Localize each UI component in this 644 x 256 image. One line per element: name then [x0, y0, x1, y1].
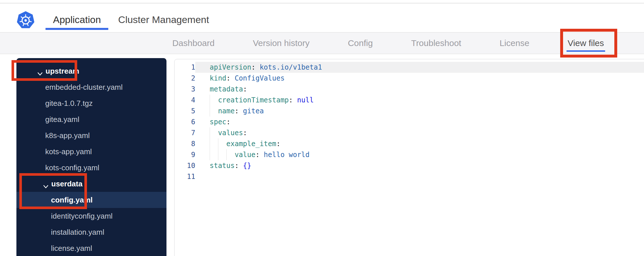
line-content: value: hello world: [195, 149, 644, 160]
file-tree-sidebar: upstreamembedded-cluster.yamlgitea-1.0.7…: [16, 58, 166, 256]
token-punc: :: [243, 129, 247, 137]
token-key: spec: [210, 118, 226, 126]
line-content: example_item:: [195, 138, 644, 149]
line-number: 9: [175, 149, 195, 160]
token-punc: :: [226, 74, 230, 82]
line-number: 4: [175, 95, 195, 106]
header-tab-cluster-management[interactable]: Cluster Management: [111, 12, 217, 30]
tree-item-identityconfig-yaml[interactable]: identityconfig.yaml: [16, 208, 166, 224]
token-text: [260, 151, 264, 159]
tree-item-config-yaml[interactable]: config.yaml: [16, 192, 166, 208]
line-number: 7: [175, 127, 195, 138]
chevron-down-icon: [37, 69, 43, 73]
file-label: identityconfig.yaml: [51, 212, 113, 221]
line-content: metadata:: [195, 84, 644, 95]
top-bar: ApplicationCluster Management: [0, 3, 644, 32]
tree-item-kots-config-yaml[interactable]: kots-config.yaml: [16, 160, 166, 176]
kubernetes-logo-icon: [17, 11, 35, 30]
file-label: installation.yaml: [51, 228, 104, 237]
yaml-code: 1apiVersion: kots.io/v1beta12kind: Confi…: [175, 62, 644, 182]
nav-tab-troubleshoot[interactable]: Troubleshoot: [409, 33, 463, 54]
tree-item-kots-app-yaml[interactable]: kots-app.yaml: [16, 144, 166, 160]
code-line: 9value: hello world: [175, 149, 644, 160]
code-line: 6spec:: [175, 116, 644, 127]
token-key: value: [235, 151, 255, 159]
token-str: ConfigValues: [235, 74, 285, 82]
indent-guide: [210, 149, 218, 160]
token-key: example_item: [226, 140, 276, 148]
file-label: k8s-app.yaml: [45, 131, 90, 140]
file-viewer-panel[interactable]: 1apiVersion: kots.io/v1beta12kind: Confi…: [174, 59, 644, 256]
tree-item-upstream[interactable]: upstream: [16, 63, 166, 79]
indent-guide: [210, 138, 218, 149]
token-punc: :: [243, 85, 247, 93]
token-text: [230, 74, 234, 82]
token-text: [293, 96, 297, 104]
nav-tab-license[interactable]: License: [497, 33, 531, 54]
tree-item-gitea-1-0-7-tgz[interactable]: gitea-1.0.7.tgz: [16, 95, 166, 111]
token-key: values: [218, 129, 243, 137]
token-punc: :: [276, 140, 280, 148]
token-kw: null: [297, 96, 314, 104]
file-label: license.yaml: [51, 244, 92, 253]
code-line: 7values:: [175, 127, 644, 138]
code-line: 1apiVersion: kots.io/v1beta1: [175, 62, 644, 73]
line-content: values:: [195, 127, 644, 138]
token-key: status: [210, 162, 235, 170]
token-key: creationTimestamp: [218, 96, 289, 104]
file-label: embedded-cluster.yaml: [45, 83, 123, 92]
token-str: hello world: [264, 151, 310, 159]
indent-guide: [218, 149, 226, 160]
line-number: 11: [175, 171, 195, 182]
token-text: [255, 63, 260, 71]
nav-tab-config[interactable]: Config: [346, 33, 375, 54]
token-punc: :: [226, 118, 230, 126]
app-subnav: DashboardVersion historyConfigTroublesho…: [0, 32, 644, 54]
line-number: 10: [175, 160, 195, 171]
tree-item-userdata[interactable]: userdata: [16, 176, 166, 192]
line-number: 6: [175, 116, 195, 127]
token-kw: {}: [243, 162, 251, 170]
line-number: 8: [175, 138, 195, 149]
tree-item-k8s-app-yaml[interactable]: k8s-app.yaml: [16, 127, 166, 144]
file-label: gitea.yaml: [45, 115, 79, 124]
tree-item-license-yaml[interactable]: license.yaml: [16, 240, 166, 256]
indent-guide: [226, 149, 235, 160]
line-content: [195, 171, 644, 182]
code-line: 3metadata:: [175, 84, 644, 95]
file-label: kots-app.yaml: [45, 147, 92, 156]
line-number: 1: [175, 62, 195, 73]
line-content: status: {}: [195, 160, 644, 171]
indent-guide: [210, 95, 218, 106]
chevron-down-icon: [43, 182, 49, 186]
token-punc: :: [251, 63, 255, 71]
indent-guide: [210, 106, 218, 116]
file-label: kots-config.yaml: [45, 163, 99, 172]
token-punc: :: [235, 107, 239, 115]
nav-tab-dashboard[interactable]: Dashboard: [170, 33, 217, 54]
token-key: kind: [210, 74, 226, 82]
code-line: 4creationTimestamp: null: [175, 95, 644, 106]
line-content: creationTimestamp: null: [195, 95, 644, 106]
token-punc: :: [289, 96, 293, 104]
tree-item-gitea-yaml[interactable]: gitea.yaml: [16, 111, 166, 127]
folder-label: upstream: [46, 67, 79, 76]
code-line: 11: [175, 171, 644, 182]
line-number: 3: [175, 84, 195, 95]
nav-tab-version-history[interactable]: Version history: [251, 33, 312, 54]
token-key: apiVersion: [210, 63, 251, 71]
token-text: [239, 107, 243, 115]
indent-guide: [218, 138, 226, 149]
code-line: 2kind: ConfigValues: [175, 73, 644, 84]
line-number: 2: [175, 73, 195, 84]
nav-tab-view-files[interactable]: View files: [565, 33, 606, 54]
token-punc: :: [235, 162, 239, 170]
token-key: metadata: [210, 85, 243, 93]
line-content: kind: ConfigValues: [195, 73, 644, 84]
line-content: name: gitea: [195, 106, 644, 116]
tree-item-embedded-cluster-yaml[interactable]: embedded-cluster.yaml: [16, 79, 166, 95]
line-content: spec:: [195, 116, 644, 127]
tree-item-installation-yaml[interactable]: installation.yaml: [16, 224, 166, 240]
header-tab-application[interactable]: Application: [46, 12, 108, 30]
line-content: apiVersion: kots.io/v1beta1: [195, 62, 644, 73]
